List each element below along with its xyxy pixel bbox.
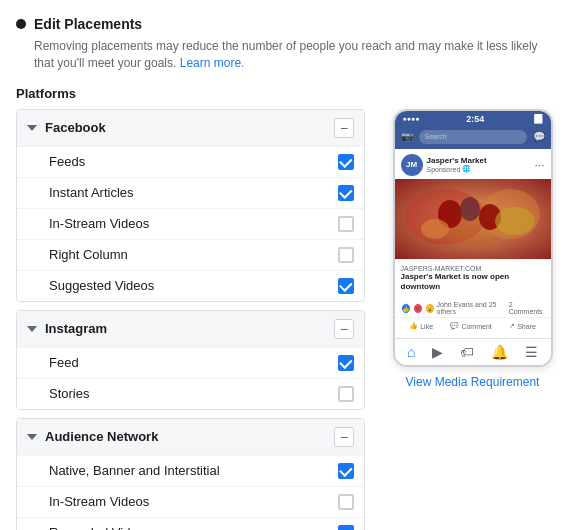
search-placeholder: Search [425,133,447,140]
post-card: JM Jasper's Market Sponsored 🌐 ··· [395,149,551,335]
placement-label: Suggested Videos [49,278,154,293]
placement-label: Native, Banner and Interstitial [49,463,220,478]
comment-icon: 💬 [450,322,459,330]
share-icon: ↗ [509,322,515,330]
instagram-stories-checkbox[interactable] [338,386,354,402]
platform-group-instagram: Instagram − Feed Stories [16,310,365,410]
list-item: Suggested Videos [17,270,364,301]
svg-point-8 [495,207,535,235]
post-options-icon[interactable]: ··· [534,159,544,171]
share-button[interactable]: ↗ Share [509,322,536,330]
platform-header-instagram[interactable]: Instagram − [17,311,364,347]
menu-nav-icon[interactable]: ☰ [525,344,538,360]
list-item: Feeds [17,146,364,177]
in-stream-videos-checkbox[interactable] [338,216,354,232]
placement-label: In-Stream Videos [49,494,149,509]
main-layout: Facebook − Feeds Instant Articles In-Str… [16,109,560,530]
svg-point-5 [460,197,480,221]
chevron-down-icon [27,326,37,332]
phone-search-bar: 📷 Search 💬 [395,127,551,149]
post-header: JM Jasper's Market Sponsored 🌐 ··· [395,149,551,179]
placement-label: Instant Articles [49,185,134,200]
audience-network-minus-button[interactable]: − [334,427,354,447]
phone-status-bar: ●●●● 2:54 ▐█ [395,111,551,127]
instagram-items: Feed Stories [17,347,364,409]
comment-button[interactable]: 💬 Comment [450,322,491,330]
marketplace-nav-icon[interactable]: 🏷 [460,344,474,360]
placement-label: Rewarded Videos [49,525,151,530]
platform-group-audience-network: Audience Network − Native, Banner and In… [16,418,365,530]
love-reaction-icon: ❤ [413,303,423,314]
platform-name-facebook: Facebook [45,120,106,135]
list-item: Instant Articles [17,177,364,208]
post-link-preview: JASPERS-MARKET.COM Jasper's Market is no… [395,259,551,298]
home-nav-icon[interactable]: ⌂ [407,344,415,360]
post-author-name: Jasper's Market [427,156,487,165]
platform-name-instagram: Instagram [45,321,107,336]
suggested-videos-checkbox[interactable] [338,278,354,294]
feeds-checkbox[interactable] [338,154,354,170]
chevron-down-icon [27,434,37,440]
phone-search-field[interactable]: Search [419,130,527,144]
phone-feed-content: JM Jasper's Market Sponsored 🌐 ··· [395,149,551,335]
platform-header-audience-network[interactable]: Audience Network − [17,419,364,455]
facebook-minus-button[interactable]: − [334,118,354,138]
bell-nav-icon[interactable]: 🔔 [491,344,508,360]
placement-label: Feed [49,355,79,370]
platform-header-facebook[interactable]: Facebook − [17,110,364,146]
audience-network-items: Native, Banner and Interstitial In-Strea… [17,455,364,530]
avatar: JM [401,154,423,176]
post-sponsored-label: Sponsored 🌐 [427,165,487,173]
phone-time: 2:54 [466,114,484,124]
post-link-domain: JASPERS-MARKET.COM [401,265,545,272]
signal-icon: ●●●● [403,115,420,122]
placement-label: In-Stream Videos [49,216,149,231]
placement-label: Right Column [49,247,128,262]
placement-label: Feeds [49,154,85,169]
instagram-feed-checkbox[interactable] [338,355,354,371]
wow-reaction-icon: 😮 [425,303,435,314]
list-item: Stories [17,378,364,409]
view-media-requirement-link[interactable]: View Media Requirement [406,375,540,389]
learn-more-link[interactable]: Learn more. [180,56,245,70]
list-item: In-Stream Videos [17,208,364,239]
post-link-title: Jasper's Market is now open downtown [401,272,545,293]
placement-label: Stories [49,386,89,401]
an-in-stream-videos-checkbox[interactable] [338,494,354,510]
list-item: Rewarded Videos [17,517,364,530]
instagram-minus-button[interactable]: − [334,319,354,339]
reactions-count: John Evans and 25 others [437,301,509,315]
like-icon: 👍 [409,322,418,330]
svg-point-7 [421,219,449,239]
platforms-title: Platforms [16,86,560,101]
chevron-down-icon [27,125,37,131]
list-item: Right Column [17,239,364,270]
like-button[interactable]: 👍 Like [409,322,433,330]
platform-group-facebook: Facebook − Feeds Instant Articles In-Str… [16,109,365,302]
battery-icon: ▐█ [531,114,542,123]
placements-panel: Facebook − Feeds Instant Articles In-Str… [16,109,365,530]
instant-articles-checkbox[interactable] [338,185,354,201]
messenger-icon: 💬 [533,131,545,142]
list-item: Feed [17,347,364,378]
header-subtitle: Removing placements may reduce the numbe… [34,38,560,72]
list-item: In-Stream Videos [17,486,364,517]
video-nav-icon[interactable]: ▶ [432,344,443,360]
platform-name-audience-network: Audience Network [45,429,158,444]
native-banner-checkbox[interactable] [338,463,354,479]
post-image [395,179,551,259]
comments-count: 2 Comments [509,301,545,315]
edit-placements-header: Edit Placements [16,16,560,32]
list-item: Native, Banner and Interstitial [17,455,364,486]
post-reactions-bar: 👍 ❤ 😮 John Evans and 25 others 2 Comment… [395,297,551,317]
rewarded-videos-checkbox[interactable] [338,525,354,530]
header-dot-icon [16,19,26,29]
phone-preview-panel: ●●●● 2:54 ▐█ 📷 Search 💬 JM [385,109,560,530]
camera-icon: 📷 [401,131,413,142]
page-title: Edit Placements [34,16,142,32]
facebook-items: Feeds Instant Articles In-Stream Videos … [17,146,364,301]
like-reaction-icon: 👍 [401,303,411,314]
right-column-checkbox[interactable] [338,247,354,263]
phone-mockup: ●●●● 2:54 ▐█ 📷 Search 💬 JM [393,109,553,368]
post-actions-bar: 👍 Like 💬 Comment ↗ Share [395,317,551,334]
